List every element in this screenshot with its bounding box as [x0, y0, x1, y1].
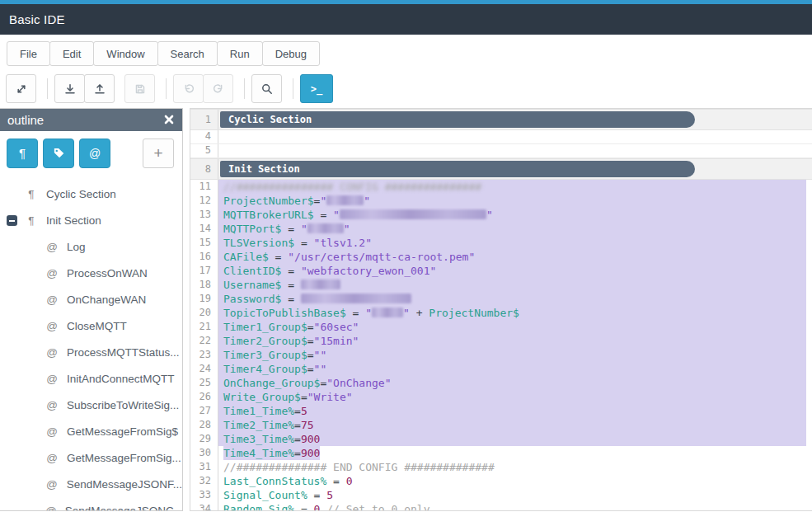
code-line[interactable]: 24Timer4_Group$="" [190, 362, 812, 376]
save-icon[interactable] [124, 74, 155, 103]
code-cell: Time3_Time%=900 [218, 432, 806, 446]
code-line[interactable]: 21Timer1_Group$="60sec" [190, 320, 812, 334]
code-line[interactable]: 30Time4_Time%=900 [190, 446, 812, 460]
code-line[interactable]: 34Random_Sig% = 0 // Set to 0 only [190, 502, 812, 511]
search-icon[interactable] [251, 74, 282, 103]
code-line[interactable]: 5 [190, 144, 812, 158]
code-line[interactable]: 17ClientID$ = "webfactory_ewon_001" [190, 264, 812, 278]
code-token-ident: Time4_Time% [223, 447, 294, 459]
code-cell: Timer1_Group$="60sec" [218, 320, 806, 334]
line-number: 33 [190, 488, 218, 502]
line-number: 32 [190, 474, 218, 488]
filter-tag-icon[interactable] [43, 139, 74, 168]
code-line[interactable]: 25OnChange_Group$="OnChange" [190, 376, 812, 390]
expand-icon[interactable] [6, 74, 36, 103]
code-line[interactable]: 20TopicToPublishBase$ = "" + ProjectNumb… [190, 306, 812, 320]
code-cell: Write_Group$="Write" [218, 390, 806, 404]
undo-icon[interactable] [173, 74, 204, 103]
tree-item-onchangewan[interactable]: @OnChangeWAN [0, 287, 182, 313]
tree-item-label: GetMessageFromSig... [67, 452, 181, 464]
menu-item-search[interactable]: Search [157, 41, 218, 66]
selection-highlight: Time4_Time%=900 [223, 446, 320, 460]
code-line[interactable]: 15TLSVersion$ = "tlsv1.2" [190, 236, 812, 250]
code-line[interactable]: 26Write_Group$="Write" [190, 390, 812, 404]
code-line[interactable]: 18Username$ = [190, 278, 812, 292]
code-line[interactable]: 11//############### CONFIG #############… [190, 180, 812, 194]
code-editor[interactable]: 1Cyclic Section458Init Section11//######… [190, 108, 812, 511]
code-line[interactable]: 19Password$ = [190, 292, 812, 306]
code-line[interactable]: 33Signal_Count% = 5 [190, 488, 812, 502]
tree-item-sendmessagejsonc[interactable]: @SendMessageJSONC... [0, 498, 182, 510]
section-header-row[interactable]: 8Init Section [190, 158, 812, 180]
tree-item-getmessagefromsig[interactable]: @GetMessageFromSig... [0, 445, 182, 472]
menu-item-run[interactable]: Run [217, 41, 263, 66]
filter-at-icon[interactable]: @ [79, 139, 110, 168]
code-token-ident: Timer3_Group$ [223, 349, 307, 361]
code-cell: CAFile$ = "/usr/certs/mqtt-ca-root.pem" [218, 250, 806, 264]
code-token-num: 900 [301, 447, 320, 459]
code-line[interactable]: 31//############## END CONFIG ##########… [190, 460, 812, 474]
code-line[interactable]: 12ProjectNumber$="" [190, 194, 812, 208]
menu-item-debug[interactable]: Debug [262, 41, 320, 66]
tree-item-sendmessagejsonf[interactable]: @SendMessageJSONF... [0, 472, 182, 498]
section-header-row[interactable]: 1Cyclic Section [190, 109, 812, 130]
code-line[interactable]: 27Time1_Time%=5 [190, 404, 812, 418]
close-icon[interactable] [163, 114, 175, 125]
outline-panel: outline ¶@+ ¶Cyclic Section¶Init Section… [0, 108, 183, 511]
code-cell: OnChange_Group$="OnChange" [218, 376, 806, 390]
section-bar[interactable]: Init Section [220, 161, 695, 177]
terminal-icon[interactable]: >_ [300, 74, 333, 103]
collapse-minus-icon[interactable] [7, 215, 17, 226]
tree-item-log[interactable]: @Log [0, 234, 182, 261]
at-icon: @ [45, 399, 59, 411]
line-number: 8 [190, 159, 218, 179]
code-line[interactable]: 32Last_ConnStatus% = 0 [190, 474, 812, 488]
tree-item-cyclic-section[interactable]: ¶Cyclic Section [0, 181, 182, 208]
tree-item-label: GetMessageFromSig$ [67, 425, 178, 438]
code-line[interactable]: 14MQTTPort$ = "" [190, 222, 812, 236]
code-line[interactable]: 29Time3_Time%=900 [190, 432, 812, 446]
code-token-op: = [294, 503, 313, 511]
at-icon: @ [45, 294, 59, 306]
tree-item-subscribetowritesig[interactable]: @SubscribeToWriteSig... [0, 392, 182, 419]
menu-item-window[interactable]: Window [93, 41, 157, 66]
tree-item-init-section[interactable]: ¶Init Section [0, 208, 182, 234]
code-line[interactable]: 13MQTTBrokerURL$ = "" [190, 208, 812, 222]
code-token-op: = [281, 223, 300, 235]
toolbar-separator [47, 78, 48, 99]
redo-icon[interactable] [203, 74, 233, 103]
code-line[interactable]: 28Time2_Time%=75 [190, 418, 812, 432]
redacted-value [340, 209, 486, 219]
menu-item-file[interactable]: File [7, 41, 50, 66]
line-number: 22 [190, 334, 218, 348]
code-token-ident: Timer2_Group$ [223, 335, 307, 347]
code-token-num: 75 [301, 419, 314, 431]
code-token-ident: Username$ [223, 279, 281, 291]
tree-item-label: InitAndConnectMQTT [67, 373, 175, 385]
at-icon: @ [45, 505, 57, 510]
tree-item-initandconnectmqtt[interactable]: @InitAndConnectMQTT [0, 366, 182, 392]
line-number: 4 [190, 130, 218, 143]
tree-item-processonwan[interactable]: @ProcessOnWAN [0, 261, 182, 287]
add-button[interactable]: + [143, 139, 174, 168]
section-bar[interactable]: Cyclic Section [220, 111, 695, 128]
redacted-value [372, 308, 403, 317]
code-line[interactable]: 23Timer3_Group$="" [190, 348, 812, 362]
code-token-str: "" [314, 349, 327, 361]
code-token-str: "OnChange" [326, 377, 391, 389]
menu-item-edit[interactable]: Edit [49, 41, 94, 66]
code-line[interactable]: 22Timer2_Group$="15min" [190, 334, 812, 348]
upload-icon[interactable] [84, 74, 115, 103]
filter-pilcrow-icon[interactable]: ¶ [7, 139, 38, 168]
tree-item-processmqttstatus[interactable]: @ProcessMQTTStatus... [0, 340, 182, 366]
code-line[interactable]: 4 [190, 130, 812, 144]
tree-item-label: Log [67, 241, 86, 253]
code-token-op: = [281, 265, 300, 277]
download-icon[interactable] [54, 74, 85, 103]
code-cell: TLSVersion$ = "tlsv1.2" [218, 236, 806, 250]
tree-item-getmessagefromsig[interactable]: @GetMessageFromSig$ [0, 419, 182, 445]
tree-item-closemqtt[interactable]: @CloseMQTT [0, 313, 182, 340]
code-line[interactable]: 16CAFile$ = "/usr/certs/mqtt-ca-root.pem… [190, 250, 812, 264]
code-token-str: "tlsv1.2" [314, 237, 372, 249]
code-token-str: " [486, 209, 493, 221]
